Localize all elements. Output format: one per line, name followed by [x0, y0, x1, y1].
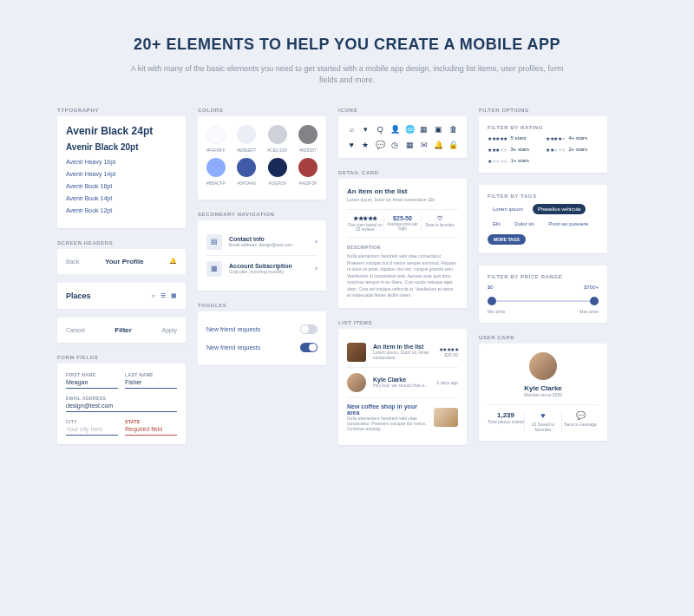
filter-tags-card: FILTER BY TAGS Lorem ipsum Phasellus veh…: [479, 185, 607, 253]
hero-title: 20+ ELEMENTS TO HELP YOU CREATE A MOBILE…: [130, 35, 564, 55]
user-card-label: USER CARD: [479, 335, 607, 340]
list-item-sub: Lorem ipsum, Dolor sit, Amet consectetur: [373, 350, 432, 360]
rating-option-5[interactable]: ★★★★★5 stars: [488, 135, 540, 141]
description-heading: DESCRIPTION: [347, 245, 458, 250]
user-stat-places: 1,239 Total places visited: [488, 411, 524, 432]
list-item[interactable]: Kyle Clarke Hey bud, we should chat a...…: [347, 367, 458, 397]
screen-headers-label: SCREEN HEADERS: [57, 240, 186, 246]
mail-icon: ✉: [420, 141, 429, 149]
chevron-right-icon: ›: [315, 265, 318, 272]
toggle-on[interactable]: [300, 343, 318, 352]
list-item-image: [434, 408, 458, 427]
detail-card-label: DETAIL CARD: [338, 170, 467, 175]
rating-option-3[interactable]: ★★★★★3+ stars: [488, 147, 540, 153]
filter-price-card: FILTER BY PRICE RANGE $0 $700+ Min price…: [479, 265, 607, 323]
tag[interactable]: Lorem ipsum: [488, 204, 528, 214]
swatch: #828387: [298, 125, 318, 153]
slider-handle-max[interactable]: [590, 297, 599, 305]
id-card-icon: ▤: [206, 234, 222, 250]
list-item-sub: Nulla elementum hendrerit velit vitae co…: [347, 416, 427, 431]
filter-rating-heading: FILTER BY RATING: [488, 125, 599, 130]
search-icon[interactable]: ⌕: [152, 292, 155, 299]
field-value: design@test.com: [66, 403, 177, 412]
toggle-off[interactable]: [300, 324, 318, 334]
field-value: Meagan: [66, 379, 118, 389]
swatch: #A63F3F: [298, 158, 318, 186]
state-field[interactable]: STATE Required field: [125, 419, 177, 436]
heart-icon: ♥: [347, 141, 356, 149]
toggle-label: New friend requests: [206, 344, 260, 351]
rating-option-4[interactable]: ★★★★★4+ stars: [546, 135, 599, 141]
detail-sub: Lorem ipsum, Dolor sit, Amet consectetur…: [347, 197, 458, 202]
user-name: Kyle Clarke: [488, 384, 599, 392]
first-name-field[interactable]: FIRST NAME Meagan: [66, 372, 118, 389]
type-sample: Avenir Heavy 14pt: [66, 171, 177, 177]
list-item[interactable]: New coffee shop in your area Nulla eleme…: [347, 397, 458, 436]
globe-icon: 🌐: [405, 125, 415, 134]
bell-icon[interactable]: 🔔: [169, 258, 177, 265]
nav-sub: Gold plan, recurring monthly: [229, 269, 308, 274]
swatch: #192A59: [268, 158, 287, 186]
list-item-time: 2 days ago: [437, 380, 458, 385]
field-placeholder: Your city here: [66, 426, 118, 436]
slider-handle-min[interactable]: [488, 297, 496, 305]
icons-label: ICONS: [338, 108, 467, 113]
type-sample-24: Avenir Black 24pt: [66, 125, 177, 137]
nav-account-subscription[interactable]: ▦ Account Subscription Gold plan, recurr…: [206, 255, 318, 282]
save-favorite[interactable]: ♡ Save to favorites: [421, 215, 458, 233]
card-icon: ▦: [206, 261, 222, 277]
more-tags-button[interactable]: MORE TAGS: [488, 234, 526, 245]
colors-label: COLORS: [198, 108, 326, 113]
apply-button[interactable]: Apply: [161, 327, 177, 333]
list-item-price: $25-50: [439, 352, 459, 357]
type-sample: Avenir Book 12pt: [66, 207, 177, 213]
tag[interactable]: Proin eu posuere: [543, 219, 593, 229]
tag-active[interactable]: Phasellus vehicula: [533, 204, 586, 214]
secondary-nav-card: ▤ Contact Info Email address: design@tes…: [198, 220, 326, 291]
price-slider[interactable]: [488, 295, 599, 307]
grid-icon: ▦: [405, 141, 415, 149]
rating-option-1[interactable]: ★★★★★1+ stars: [488, 158, 540, 164]
list-item-title: Kyle Clarke: [373, 377, 430, 383]
tag[interactable]: Elit: [488, 219, 505, 229]
detail-title: An item on the list: [347, 187, 458, 195]
max-price-label: Max price: [579, 309, 599, 314]
list-items-card: An item in the list Lorem ipsum, Dolor s…: [338, 329, 467, 445]
city-field[interactable]: CITY Your city here: [66, 419, 118, 436]
filter-options-label: FILTER OPTIONS: [479, 108, 607, 113]
last-name-field[interactable]: LAST NAME Fisher: [125, 372, 177, 389]
filter-icon: ▾: [361, 125, 370, 134]
list-item-image: [347, 343, 366, 362]
type-sample: Avenir Book 14pt: [66, 195, 177, 201]
nav-contact-info[interactable]: ▤ Contact Info Email address: design@tes…: [206, 229, 318, 255]
chat-icon: 💬: [562, 411, 599, 420]
icons-card: ⌕ ▾ Q 👤 🌐 ▦ ▣ 🗑 ♥ ★ 💬 ◷ ▦ ✉ 🔔 🔒: [338, 116, 467, 158]
field-placeholder: Required field: [125, 426, 177, 436]
toggles-card: New friend requests New friend requests: [198, 311, 326, 365]
toggle-label: New friend requests: [206, 326, 260, 332]
heart-icon: ♥: [525, 411, 561, 420]
field-value: Fisher: [125, 379, 177, 389]
back-button[interactable]: Back: [66, 259, 80, 265]
list-item-title: New coffee shop in your area: [347, 403, 427, 416]
typography-label: TYPOGRAPHY: [57, 108, 186, 113]
swatch: #3F5AA6: [237, 158, 256, 186]
list-items-label: LIST ITEMS: [338, 320, 467, 325]
list-item[interactable]: An item in the list Lorem ipsum, Dolor s…: [347, 337, 458, 367]
field-label: FIRST NAME: [66, 372, 118, 377]
rating-stat: ★★★★★ Five stars based on 23 reviews: [347, 215, 383, 233]
lock-icon: 🔒: [448, 141, 458, 149]
tag[interactable]: Dolor sit: [509, 219, 539, 229]
user-stat-message[interactable]: 💬 Send a message: [561, 411, 599, 432]
cancel-button[interactable]: Cancel: [66, 327, 85, 333]
nav-title: Contact Info: [229, 236, 308, 242]
calendar-icon[interactable]: ▦: [171, 292, 177, 299]
filter-icon[interactable]: ☰: [160, 292, 166, 299]
rating-option-2[interactable]: ★★★★★2+ stars: [546, 147, 599, 153]
nav-title: Account Subscription: [229, 263, 308, 269]
trash-icon: 🗑: [448, 125, 458, 134]
field-label: STATE: [125, 419, 177, 424]
email-field[interactable]: EMAIL ADDRESS design@test.com: [66, 396, 177, 412]
user-stat-saved[interactable]: ♥ 23 Saved to favorites: [524, 411, 561, 432]
heart-outline-icon: ♡: [422, 215, 458, 222]
